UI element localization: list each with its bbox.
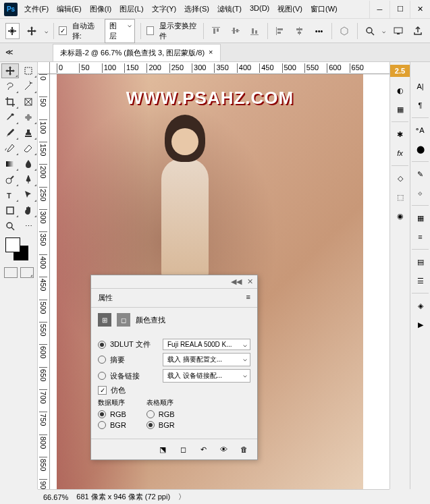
hand-tool[interactable]	[20, 203, 37, 218]
menu-view[interactable]: 视图(V)	[275, 1, 305, 17]
eraser-tool[interactable]	[20, 141, 37, 156]
3d-mode-icon[interactable]	[338, 23, 352, 39]
workspace-icon[interactable]	[391, 23, 405, 39]
swatches-panel-icon[interactable]: ▦	[392, 101, 408, 117]
brush-tool[interactable]	[1, 125, 19, 140]
dropdown-arrow-icon[interactable]: ⌵	[382, 28, 385, 34]
3dlut-radio[interactable]	[98, 341, 106, 349]
document-dimensions[interactable]: 681 像素 x 946 像素 (72 ppi)	[76, 492, 170, 502]
collapse-panel-icon[interactable]: ◀◀	[231, 277, 242, 286]
devicelink-dropdown[interactable]: 载入 设备链接配...	[163, 369, 250, 383]
reset-icon[interactable]: ↶	[196, 443, 210, 455]
zoom-level[interactable]: 66.67%	[43, 493, 68, 501]
screenmode-icon[interactable]	[20, 267, 34, 278]
color-panel-icon[interactable]: ◐	[392, 82, 408, 99]
brushes-panel-icon[interactable]: ⬤	[412, 141, 429, 157]
eyedropper-tool[interactable]	[1, 110, 19, 125]
menu-type[interactable]: 文字(Y)	[149, 1, 180, 17]
clone-source-icon[interactable]: ⟐	[412, 185, 429, 201]
properties-tab[interactable]: 属性	[98, 293, 113, 303]
abstract-dropdown[interactable]: 载入 摘要配置文...	[163, 353, 250, 366]
gradient-tool[interactable]	[1, 157, 19, 171]
search-icon[interactable]	[363, 23, 377, 39]
glyphs-panel-icon[interactable]: ᵒA	[412, 122, 429, 138]
data-bgr-radio[interactable]	[98, 421, 106, 429]
paragraph-panel-icon[interactable]: ¶	[412, 97, 429, 113]
menu-window[interactable]: 窗口(W)	[308, 1, 340, 17]
timeline-panel-icon[interactable]: ▶	[412, 316, 429, 333]
blur-tool[interactable]	[20, 157, 37, 171]
menu-image[interactable]: 图像(I)	[87, 1, 114, 17]
abstract-radio[interactable]	[98, 356, 106, 364]
pen-tool[interactable]	[20, 172, 37, 187]
ruler-vertical[interactable]: 0501001502002503003504004505005506006507…	[38, 74, 50, 489]
share-icon[interactable]	[410, 23, 425, 39]
shape-tool[interactable]	[1, 203, 19, 218]
mask-icon[interactable]: ◻	[117, 313, 130, 327]
close-panel-icon[interactable]: ✕	[247, 277, 253, 286]
panel-menu-icon[interactable]: ≡	[246, 293, 250, 303]
properties-panel-icon[interactable]: ☰	[412, 273, 429, 289]
character-panel-icon[interactable]: A|	[412, 78, 429, 94]
previous-state-icon[interactable]: ◻	[176, 443, 190, 455]
close-tab-icon[interactable]: ×	[209, 48, 213, 58]
adjustments-panel-icon[interactable]: ✱	[392, 126, 408, 142]
align-left-icon[interactable]	[273, 23, 288, 39]
foreground-color[interactable]	[5, 237, 20, 252]
menu-file[interactable]: 文件(F)	[22, 1, 51, 17]
panel-badge[interactable]: 2.5	[390, 65, 410, 77]
crop-tool[interactable]	[1, 94, 19, 109]
menu-3d[interactable]: 3D(D)	[247, 1, 272, 17]
status-menu-icon[interactable]: 〉	[178, 492, 186, 502]
paths-panel-icon[interactable]: ◉	[392, 208, 408, 224]
3dlut-dropdown[interactable]: Fuji REALA 500D K...	[163, 339, 250, 350]
data-rgb-radio[interactable]	[98, 410, 106, 418]
ruler-horizontal[interactable]: 050100150200250300350400450500550600650	[50, 62, 389, 74]
table-bgr-radio[interactable]	[146, 421, 155, 429]
navigator-panel-icon[interactable]: ◈	[412, 298, 429, 314]
magic-wand-tool[interactable]	[20, 79, 37, 94]
menu-select[interactable]: 选择(S)	[182, 1, 212, 17]
brush-settings-icon[interactable]: ✎	[412, 166, 429, 182]
visibility-icon[interactable]: 👁	[217, 443, 230, 455]
devicelink-radio[interactable]	[98, 372, 106, 380]
menu-edit[interactable]: 编辑(E)	[54, 1, 84, 17]
auto-select-dropdown[interactable]: 图层	[105, 19, 135, 43]
ruler-origin[interactable]	[38, 62, 50, 74]
edit-toolbar[interactable]: ⋯	[20, 219, 37, 233]
info-panel-icon[interactable]: ▤	[412, 254, 429, 270]
document-tab[interactable]: 未标题-2 @ 66.7% (颜色查找 3, 图层蒙版/8) ×	[53, 44, 221, 61]
auto-select-checkbox[interactable]	[59, 26, 66, 35]
move-tool[interactable]	[1, 63, 19, 78]
align-hcenter-icon[interactable]	[292, 23, 306, 39]
minimize-button[interactable]: ─	[369, 1, 389, 18]
maximize-button[interactable]: ☐	[389, 1, 410, 18]
delete-icon[interactable]: 🗑	[237, 443, 250, 455]
align-bottom-icon[interactable]	[248, 23, 262, 39]
close-button[interactable]: ✕	[410, 1, 430, 18]
show-transform-checkbox[interactable]	[146, 26, 154, 35]
history-panel-icon[interactable]: ≡	[412, 229, 429, 245]
lasso-tool[interactable]	[1, 79, 19, 94]
path-select-tool[interactable]	[20, 188, 37, 202]
panel-toggle-icon[interactable]: ≪	[5, 48, 14, 57]
dither-checkbox[interactable]	[98, 386, 107, 395]
clip-to-layer-icon[interactable]: ⬔	[156, 443, 169, 455]
type-tool[interactable]: T	[1, 188, 19, 202]
history-brush-tool[interactable]	[1, 141, 19, 156]
color-swatches[interactable]	[5, 237, 32, 262]
styles-panel-icon[interactable]: fx	[392, 145, 408, 161]
menu-layer[interactable]: 图层(L)	[117, 1, 146, 17]
table-rgb-radio[interactable]	[146, 410, 155, 418]
align-vcenter-icon[interactable]	[228, 23, 242, 39]
marquee-tool[interactable]	[20, 63, 37, 78]
actions-panel-icon[interactable]: ▦	[412, 210, 429, 226]
zoom-tool[interactable]	[1, 219, 19, 233]
frame-tool[interactable]	[20, 94, 37, 109]
align-top-icon[interactable]	[209, 23, 223, 39]
dropdown-arrow-icon[interactable]: ⌵	[45, 28, 48, 34]
healing-tool[interactable]	[20, 110, 37, 125]
stamp-tool[interactable]	[20, 125, 37, 140]
dodge-tool[interactable]	[1, 172, 19, 187]
quickmask-icon[interactable]	[4, 267, 18, 278]
